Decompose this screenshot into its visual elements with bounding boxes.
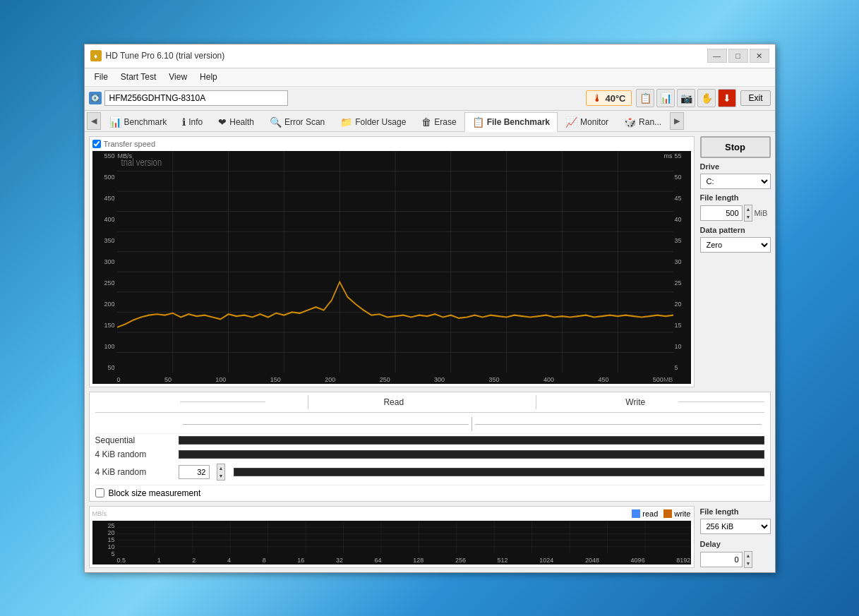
close-button[interactable]: ✕	[750, 49, 769, 63]
main-window: ♦ HD Tune Pro 6.10 (trial version) — □ ✕…	[84, 44, 776, 573]
transfer-speed-checkbox-label[interactable]: Transfer speed	[92, 140, 156, 148]
thermometer-icon: 🌡	[592, 92, 602, 104]
file-length-bottom-row: 256 KiB	[700, 519, 771, 534]
delay-up[interactable]: ▲	[745, 552, 752, 560]
queue-down[interactable]: ▼	[217, 472, 225, 480]
read-write-header: Read Write	[95, 395, 764, 413]
tab-nav-left[interactable]: ◀	[87, 112, 101, 130]
queue-depth-input[interactable]	[179, 465, 210, 479]
file-length-setting: File length 500 ▲ ▼ MiB	[700, 193, 771, 222]
bottom-y-unit: MB/s	[92, 510, 107, 517]
temperature-display: 🌡 40°C	[586, 90, 632, 106]
write-divider-right	[678, 401, 764, 402]
legend: read write	[632, 509, 690, 518]
file-length-up[interactable]: ▲	[745, 205, 752, 213]
bottom-y-axis: 25 20 15 10 5	[92, 521, 117, 553]
menu-help[interactable]: Help	[194, 71, 223, 83]
block-size-checkbox[interactable]	[95, 488, 104, 497]
transfer-speed-chart: 550 500 450 400 350 300 250 200 150 100 …	[92, 151, 691, 384]
window-title: HD Tune Pro 6.10 (trial version)	[106, 51, 225, 61]
menu-start-test[interactable]: Start Test	[115, 71, 162, 83]
tab-erase[interactable]: 🗑 Erase	[414, 112, 464, 131]
tab-error-scan[interactable]: 🔍 Error Scan	[262, 112, 332, 131]
read-divider-left	[180, 401, 266, 402]
file-length-down[interactable]: ▼	[745, 213, 752, 221]
menu-bar: File Start Test View Help	[85, 68, 775, 87]
4kib-bar-1	[179, 450, 764, 459]
bottom-right-panel: File length 256 KiB Delay 0 ▲ ▼	[700, 506, 771, 568]
bottom-chart-header: MB/s read write	[92, 509, 691, 518]
bench-rows: Sequential 4 KiB random 4 KiB random ▲ ▼	[95, 434, 764, 482]
stop-button[interactable]: Stop	[700, 136, 771, 158]
temperature-value: 40°C	[605, 93, 625, 104]
info-icon-btn[interactable]: 📋	[636, 89, 654, 107]
4kib-bar-2	[234, 468, 764, 476]
menu-file[interactable]: File	[89, 71, 114, 83]
4kib-random-label-1: 4 KiB random	[95, 449, 173, 459]
sequential-label: Sequential	[95, 435, 173, 445]
file-length-input[interactable]: 500	[700, 205, 743, 221]
drive-select-area: 💽 HFM256GDHTNG-8310A	[89, 90, 582, 106]
drive-setting: Drive C:	[700, 162, 771, 189]
read-header: Read	[351, 397, 437, 407]
file-length-bottom-label: File length	[700, 507, 771, 516]
minimize-button[interactable]: —	[707, 49, 727, 63]
data-pattern-dropdown[interactable]: Zero	[700, 237, 771, 253]
delay-down[interactable]: ▼	[745, 560, 752, 567]
menu-view[interactable]: View	[163, 71, 193, 83]
drive-icon: 💽	[89, 92, 102, 104]
tab-monitor[interactable]: 📈 Monitor	[558, 112, 616, 131]
tab-file-benchmark[interactable]: 📋 File Benchmark	[464, 112, 558, 132]
drive-value-dropdown[interactable]: C:	[700, 174, 771, 189]
chart-header: Transfer speed	[92, 140, 691, 148]
bottom-section: MB/s read write	[89, 506, 771, 568]
y-left-axis: 550 500 450 400 350 300 250 200 150 100 …	[92, 151, 117, 373]
data-pattern-label: Data pattern	[700, 226, 771, 234]
drive-label: Drive	[700, 162, 771, 171]
sequential-bar	[179, 436, 764, 445]
tab-nav-right[interactable]: ▶	[670, 112, 684, 130]
bench-row-sequential: Sequential	[95, 435, 764, 445]
drive-dropdown[interactable]: HFM256GDHTNG-8310A	[104, 90, 288, 106]
camera-icon-btn[interactable]: 📷	[677, 89, 695, 107]
legend-read-label: read	[642, 509, 658, 518]
tab-folder-usage[interactable]: 📁 Folder Usage	[332, 112, 414, 131]
delay-spinner: ▲ ▼	[744, 551, 753, 568]
download-icon-btn[interactable]: ⬇	[718, 89, 736, 107]
y-left-unit: MB/s	[118, 152, 133, 159]
restore-button[interactable]: □	[728, 49, 748, 63]
file-length-bottom-dropdown[interactable]: 256 KiB	[700, 519, 771, 534]
bench-row-4kib-1: 4 KiB random	[95, 449, 764, 459]
queue-depth-spinner: ▲ ▼	[217, 464, 226, 481]
title-bar: ♦ HD Tune Pro 6.10 (trial version) — □ ✕	[85, 44, 775, 68]
read-color-swatch	[632, 509, 640, 518]
window-controls: — □ ✕	[707, 49, 769, 63]
data-pattern-row: Zero	[700, 237, 771, 253]
tab-health[interactable]: ❤ Health	[210, 112, 262, 131]
hand-icon-btn[interactable]: ✋	[697, 89, 716, 107]
legend-write-label: write	[674, 509, 690, 518]
file-length-row: 500 ▲ ▼ MiB	[700, 205, 771, 222]
transfer-speed-panel: Transfer speed 550 500 450 400 350 300 2…	[89, 136, 695, 387]
queue-up[interactable]: ▲	[217, 464, 225, 472]
title-bar-left: ♦ HD Tune Pro 6.10 (trial version)	[90, 50, 225, 61]
drive-input-row: C:	[700, 174, 771, 189]
block-size-chart: 25 20 15 10 5	[92, 521, 691, 564]
delay-row: 0 ▲ ▼	[700, 551, 771, 568]
transfer-speed-checkbox[interactable]	[92, 140, 101, 148]
tab-info[interactable]: ℹ Info	[174, 112, 210, 131]
data-pattern-setting: Data pattern Zero	[700, 226, 771, 253]
toolbar-icons: 📋 📊 📷 ✋ ⬇	[636, 89, 736, 107]
write-header: Write	[593, 397, 679, 407]
file-length-bottom-setting: File length 256 KiB	[700, 507, 771, 534]
right-panel: Stop Drive C: File length 500 ▲	[700, 136, 771, 387]
tab-random[interactable]: 🎲 Ran...	[616, 112, 669, 131]
y-right-axis: 55 50 45 40 35 30 25 20 15 10 5	[673, 151, 691, 373]
file-length-unit: MiB	[754, 209, 767, 217]
tab-benchmark[interactable]: 📊 Benchmark	[102, 112, 175, 131]
legend-read: read	[632, 509, 658, 518]
exit-button[interactable]: Exit	[740, 90, 770, 106]
delay-input[interactable]: 0	[700, 552, 743, 567]
file-length-label: File length	[700, 193, 771, 202]
chart-icon-btn[interactable]: 📊	[656, 89, 675, 107]
